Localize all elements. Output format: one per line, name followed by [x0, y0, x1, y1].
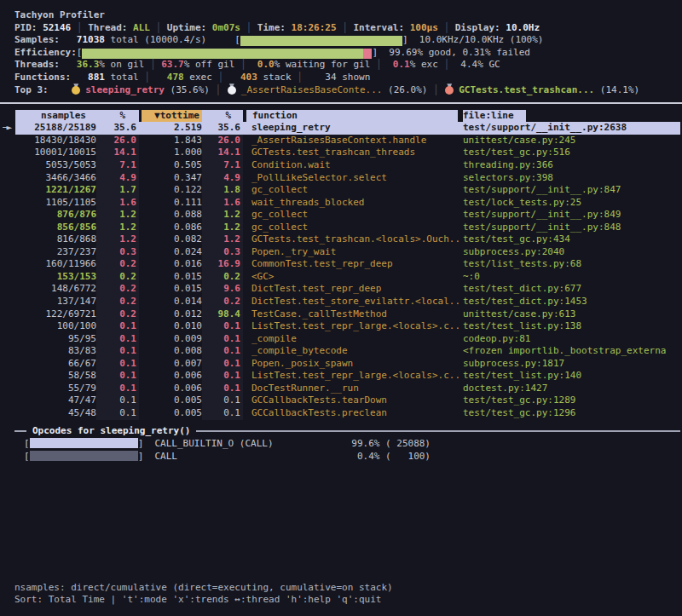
function-cell: _AssertRaisesBaseContext.handle	[251, 135, 461, 147]
text-segment: 0m07s	[212, 22, 240, 33]
text-segment: Top 3:	[14, 84, 71, 95]
tottime-cell: 0.010	[142, 320, 202, 333]
pct-cumulative-cell: 14.1	[202, 147, 243, 159]
table-row[interactable]: 47/470.10.0050.1GCCallbackTests.tearDown…	[0, 394, 682, 407]
nsamples-cell: 55/79	[15, 383, 96, 395]
column-header-nsamples[interactable]: nsamples	[15, 110, 96, 123]
tottime-cell: 1.843	[142, 135, 202, 147]
text-segment: │	[71, 22, 88, 33]
nsamples-cell: 3466/3466	[15, 172, 96, 185]
table-row[interactable]: 856/8561.20.0861.2gc_collecttest/support…	[0, 222, 682, 234]
text-segment: ALL	[133, 22, 150, 33]
text-segment: │	[216, 84, 227, 95]
text-segment: Uptime:	[167, 22, 212, 33]
tottime-cell: 0.006	[142, 370, 202, 383]
nsamples-cell: 10001/10015	[15, 147, 96, 159]
pct-direct-cell: 0.1	[96, 383, 139, 395]
pct-cumulative-cell: 0.1	[202, 345, 243, 358]
text-segment: 403	[229, 72, 257, 83]
text-segment: (26.0%)	[382, 84, 433, 95]
column-header-tottime-sorted[interactable]: ▼tottime	[142, 110, 203, 123]
table-row[interactable]: 876/8761.20.0881.2gc_collecttest/support…	[0, 209, 682, 222]
pct-direct-cell: 1.6	[96, 197, 139, 210]
table-row[interactable]: 3466/34664.90.3474.9_PollLikeSelector.se…	[0, 172, 682, 185]
tottime-cell: 0.347	[142, 172, 202, 185]
function-cell: gc_collect	[251, 209, 461, 222]
opcode-bar	[30, 451, 138, 461]
pct-cumulative-cell: 0.1	[202, 358, 243, 371]
table-row[interactable]: 83/830.10.0080.1_compile_bytecode<frozen…	[0, 345, 682, 358]
gold-medal-icon	[71, 83, 81, 95]
efficiency-bar	[82, 49, 372, 59]
table-row[interactable]: 66/670.10.0070.1Popen._posix_spawnsubpro…	[0, 358, 682, 371]
pct-direct-cell: 4.9	[96, 172, 139, 185]
table-row[interactable]: 18430/1843026.01.84326.0_AssertRaisesBas…	[0, 135, 682, 147]
function-cell: GCTests.test_trashcan_threads	[251, 147, 461, 159]
file-line-cell: ~:0	[463, 271, 681, 284]
file-line-cell: test/lock_tests.py:25	[463, 197, 681, 210]
file-line-cell: threading.py:366	[463, 159, 681, 172]
nsamples-cell: 876/876	[15, 209, 96, 222]
tottime-cell: 0.008	[142, 345, 202, 358]
function-cell: DictTest.test_repr_deep	[251, 283, 461, 296]
table-row[interactable]: 237/2370.30.0240.3Popen._try_waitsubproc…	[0, 246, 682, 259]
nsamples-cell: 148/6772	[15, 283, 96, 296]
table-row-selected[interactable]: ─►25188/2518935.62.51935.6sleeping_retry…	[0, 122, 682, 135]
text-segment: exec	[184, 72, 218, 83]
column-header-function[interactable]: function	[246, 110, 458, 123]
text-segment: 34 shown	[308, 72, 370, 83]
table-row[interactable]: 58/580.10.0060.1ListTest.test_repr_large…	[0, 370, 682, 383]
footer-keybindings: Sort: Total Time | 't':mode 'x':trends ↔…	[0, 594, 393, 607]
tottime-cell: 0.024	[142, 246, 202, 259]
column-header-file-line[interactable]: file:line	[463, 110, 526, 123]
table-row[interactable]: 55/790.10.0060.1DocTestRunner.__rundocte…	[0, 383, 682, 395]
table-row[interactable]: 10001/1001514.11.00014.1GCTests.test_tra…	[0, 147, 682, 159]
table-row[interactable]: 45/480.10.0050.1GCCallbackTests.preclean…	[0, 407, 682, 420]
pct-direct-cell: 0.1	[96, 320, 139, 333]
table-row[interactable]: 122/697210.20.01298.4TestCase._callTestM…	[0, 308, 682, 321]
column-header-pct-direct[interactable]: %	[96, 110, 139, 123]
table-row[interactable]: 160/119660.20.01616.9CommonTest.test_rep…	[0, 258, 682, 271]
pct-direct-cell: 0.2	[96, 258, 139, 271]
table-row[interactable]: 148/67720.20.0159.6DictTest.test_repr_de…	[0, 283, 682, 296]
function-cell: GCCallbackTests.preclean	[251, 407, 461, 420]
text-segment: 18:26:25	[292, 22, 337, 33]
table-row[interactable]: 1105/11051.60.1111.6wait_threads_blocked…	[0, 197, 682, 210]
function-cell: Popen._posix_spawn	[251, 358, 461, 371]
text-segment: │	[438, 22, 455, 33]
text-segment: [	[77, 47, 83, 58]
file-line-cell: selectors.py:398	[463, 172, 681, 185]
table-row[interactable]: 5053/50537.10.5057.1Condition.waitthread…	[0, 159, 682, 172]
nsamples-cell: 5053/5053	[15, 159, 96, 172]
table-row[interactable]: 153/1530.20.0150.2<GC>~:0	[0, 271, 682, 284]
column-header-pct-cumulative[interactable]: %	[202, 110, 243, 123]
text-segment: Efficiency:	[14, 47, 77, 58]
pct-direct-cell: 0.1	[96, 345, 139, 358]
table-row[interactable]: 816/8681.20.0821.2GCTests.test_trashcan.…	[0, 233, 682, 246]
table-row[interactable]: 1221/12671.70.1221.8gc_collecttest/suppo…	[0, 184, 682, 197]
nsamples-cell: 856/856	[15, 222, 96, 234]
function-cell: DictTest.test_store_evilattr.<local...	[251, 296, 461, 308]
table-row[interactable]: 95/950.10.0090.1_compilecodeop.py:81	[0, 333, 682, 346]
nsamples-cell: 58/58	[15, 370, 96, 383]
nsamples-cell: 45/48	[15, 407, 96, 420]
opcodes-title: Opcodes for sleeping_retry()	[26, 425, 196, 436]
file-line-cell: test/test_gc.py:1296	[463, 407, 681, 420]
pct-cumulative-cell: 4.9	[202, 172, 243, 185]
text-segment: % on gil	[99, 59, 150, 70]
text-segment: │	[150, 59, 161, 70]
table-row[interactable]: 100/1000.10.0100.1ListTest.test_repr_lar…	[0, 320, 682, 333]
pct-cumulative-cell: 0.1	[202, 320, 243, 333]
text-segment: Samples:	[14, 34, 66, 45]
table-row[interactable]: 137/1470.20.0140.2DictTest.test_store_ev…	[0, 296, 682, 308]
pct-cumulative-cell: 1.8	[202, 184, 243, 197]
pct-direct-cell: 0.2	[96, 283, 139, 296]
bracket-open: [	[24, 438, 30, 449]
samples-line: Samples: 71038 total (10000.4/s) [] 10.0…	[0, 34, 682, 47]
tottime-cell: 0.015	[142, 271, 202, 284]
text-segment: sleeping_retry	[85, 84, 165, 95]
nsamples-cell: 47/47	[15, 394, 96, 407]
text-segment: 99.69% good, 0.31% failed	[378, 47, 530, 58]
text-segment: 10.0Hz	[506, 22, 540, 33]
pct-cumulative-cell: 9.6	[202, 283, 243, 296]
